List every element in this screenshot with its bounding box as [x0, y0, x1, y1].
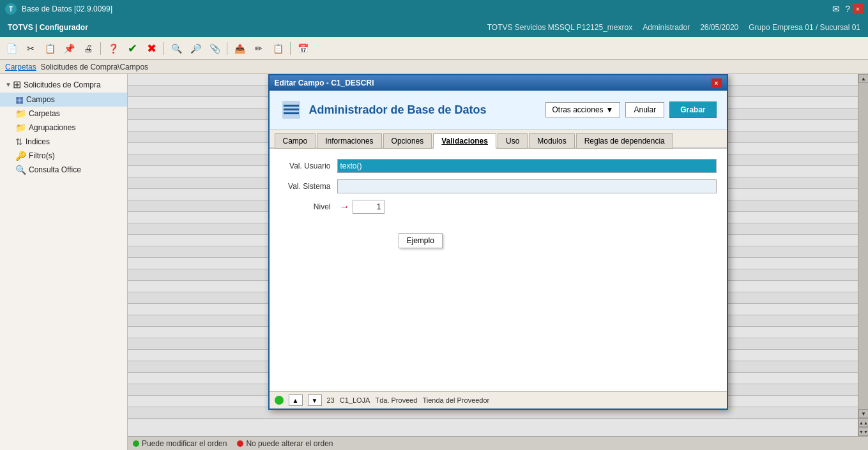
toolbar-check-button[interactable]: ✔ — [123, 40, 141, 57]
val-sistema-input[interactable] — [337, 179, 717, 193]
toolbar-export-button[interactable]: 📤 — [231, 40, 248, 57]
sidebar-item-campos-label: Campos — [26, 95, 55, 104]
modal-overlay: Editar Campo - C1_DESCRI × Administrador… — [128, 74, 868, 450]
val-usuario-label: Val. Usuario — [280, 161, 337, 170]
sidebar-item-solicitudes[interactable]: ▼ ⊞ Solicitudes de Compra — [0, 77, 127, 93]
dropdown-arrow-icon: ▼ — [606, 105, 614, 114]
val-usuario-row: Val. Usuario — [280, 159, 717, 173]
sidebar: ▼ ⊞ Solicitudes de Compra ▦ Campos 📁 Car… — [0, 74, 128, 450]
breadcrumb-separator — [36, 63, 41, 71]
content-area: ▲ ▼ ▲▲ ▼▼ Editar Campo - C1_DESCRI × — [128, 74, 868, 450]
toolbar-help-button[interactable]: ❓ — [104, 40, 122, 57]
nivel-input[interactable] — [353, 200, 385, 214]
expand-icon: ▼ — [5, 81, 11, 88]
sidebar-item-carpetas-label: Carpetas — [29, 109, 60, 118]
tab-validaciones-label: Validaciones — [441, 137, 488, 146]
modal-header-title: Administrador de Base de Datos — [309, 103, 545, 117]
toolbar-copy-button[interactable]: 📋 — [41, 40, 59, 57]
sidebar-item-consulta-label: Consulta Office — [29, 165, 81, 174]
toolbar-print-button[interactable]: 🖨 — [79, 40, 97, 57]
svg-rect-1 — [284, 105, 299, 107]
modal-close-button[interactable]: × — [712, 79, 722, 87]
breadcrumb-root[interactable]: Carpetas — [5, 63, 36, 71]
app-header-info: TOTVS Servicios MSSQL P12125_mexrox Admi… — [487, 23, 860, 32]
sidebar-item-agrupaciones[interactable]: 📁 Agrupaciones — [0, 121, 127, 135]
index-icon: ⇅ — [15, 137, 23, 147]
app-title: TOTVS | Configurador — [8, 23, 88, 32]
sidebar-item-filtros-label: Filtro(s) — [29, 151, 55, 160]
main-area: ▼ ⊞ Solicitudes de Compra ▦ Campos 📁 Car… — [0, 74, 868, 450]
mail-icon[interactable]: ✉ — [832, 4, 840, 14]
tab-opciones[interactable]: Opciones — [383, 133, 432, 149]
record-number: 23 — [327, 396, 335, 404]
date-info: 26/05/2020 — [700, 23, 738, 32]
tab-modulos-label: Modulos — [537, 137, 566, 146]
tab-validaciones[interactable]: Validaciones — [433, 133, 496, 149]
toolbar-separator-4 — [290, 42, 291, 55]
folder-icon: 📁 — [15, 109, 26, 119]
toolbar-paste-button[interactable]: 📌 — [60, 40, 78, 57]
breadcrumb: Carpetas Solicitudes de Compra\Campos — [0, 60, 868, 74]
val-sistema-label: Val. Sistema — [280, 182, 337, 191]
toolbar-separator-2 — [164, 42, 164, 55]
toolbar-edit-button[interactable]: ✏ — [250, 40, 268, 57]
toolbar-search2-button[interactable]: 🔎 — [187, 40, 204, 57]
title-bar-text: Base de Datos [02.9.0099] — [22, 4, 827, 13]
tab-reglas[interactable]: Reglas de dependencia — [576, 133, 673, 149]
ejemplo-label: Ejemplo — [407, 236, 434, 245]
modal-footer: ▲ ▼ 23 C1_LOJA Tda. Proveed Tienda del P… — [270, 391, 727, 409]
nav-up-button[interactable]: ▲ — [289, 394, 303, 406]
sidebar-item-filtros[interactable]: 🔑 Filtro(s) — [0, 149, 127, 163]
tab-informaciones-label: Informaciones — [325, 137, 373, 146]
company-info: Grupo Empresa 01 / Sucursal 01 — [749, 23, 860, 32]
help-icon[interactable]: ? — [845, 4, 850, 14]
grabar-button[interactable]: Grabar — [669, 101, 716, 118]
title-bar-controls: ✉ ? — [832, 4, 850, 14]
sidebar-item-campos[interactable]: ▦ Campos — [0, 93, 127, 107]
anular-button[interactable]: Anular — [625, 102, 664, 117]
modal-body: Val. Usuario Val. Sistema Nivel → — [270, 149, 727, 391]
modal-header: Administrador de Base de Datos Otras acc… — [270, 91, 727, 130]
title-bar-close-button[interactable]: × — [853, 4, 863, 14]
group-icon: 📁 — [15, 123, 26, 133]
tab-modulos[interactable]: Modulos — [529, 133, 574, 149]
sidebar-item-indices-label: Indices — [26, 137, 50, 146]
tab-campo-label: Campo — [283, 137, 308, 146]
footer-field1: C1_LOJA — [340, 396, 370, 404]
val-usuario-input[interactable] — [337, 159, 717, 173]
toolbar-cut-button[interactable]: ✂ — [22, 40, 40, 57]
breadcrumb-path: Solicitudes de Compra\Campos — [40, 63, 148, 71]
grabar-label: Grabar — [680, 105, 705, 114]
nivel-row: Nivel → — [280, 200, 717, 214]
otras-acciones-button[interactable]: Otras acciones ▼ — [545, 102, 621, 117]
sidebar-item-indices[interactable]: ⇅ Indices — [0, 135, 127, 149]
tab-informaciones[interactable]: Informaciones — [317, 133, 381, 149]
sidebar-item-carpetas[interactable]: 📁 Carpetas — [0, 107, 127, 121]
toolbar-report-button[interactable]: 📋 — [269, 40, 287, 57]
sidebar-item-consulta[interactable]: 🔍 Consulta Office — [0, 163, 127, 177]
arrow-indicator-icon: → — [340, 201, 350, 213]
toolbar-new-button[interactable]: 📄 — [3, 40, 20, 57]
toolbar-delete-button[interactable]: ✖ — [142, 40, 160, 57]
grid-icon: ⊞ — [13, 79, 21, 91]
modal-dialog: Editar Campo - C1_DESCRI × Administrador… — [268, 74, 728, 410]
app-header: TOTVS | Configurador TOTVS Servicios MSS… — [0, 18, 868, 37]
tab-campo[interactable]: Campo — [275, 133, 316, 149]
service-info: TOTVS Servicios MSSQL P12125_mexrox — [487, 23, 632, 32]
tab-uso[interactable]: Uso — [498, 133, 528, 149]
nav-down-button[interactable]: ▼ — [308, 394, 322, 406]
status-circle-icon — [275, 396, 284, 405]
tab-uso-label: Uso — [506, 137, 519, 146]
ejemplo-button[interactable]: Ejemplo — [399, 233, 443, 248]
toolbar-search1-button[interactable]: 🔍 — [167, 40, 185, 57]
otras-acciones-label: Otras acciones — [552, 105, 604, 114]
toolbar: 📄 ✂ 📋 📌 🖨 ❓ ✔ ✖ 🔍 🔎 📎 📤 ✏ 📋 📅 — [0, 37, 868, 60]
toolbar-calendar-button[interactable]: 📅 — [294, 40, 312, 57]
footer-field2: Tda. Proveed — [375, 396, 417, 404]
user-info: Administrador — [643, 23, 690, 32]
tab-opciones-label: Opciones — [392, 137, 424, 146]
office-icon: 🔍 — [15, 165, 26, 175]
toolbar-separator-1 — [100, 42, 101, 55]
toolbar-attach-button[interactable]: 📎 — [206, 40, 224, 57]
modal-tabs: Campo Informaciones Opciones Validacione… — [270, 130, 727, 149]
